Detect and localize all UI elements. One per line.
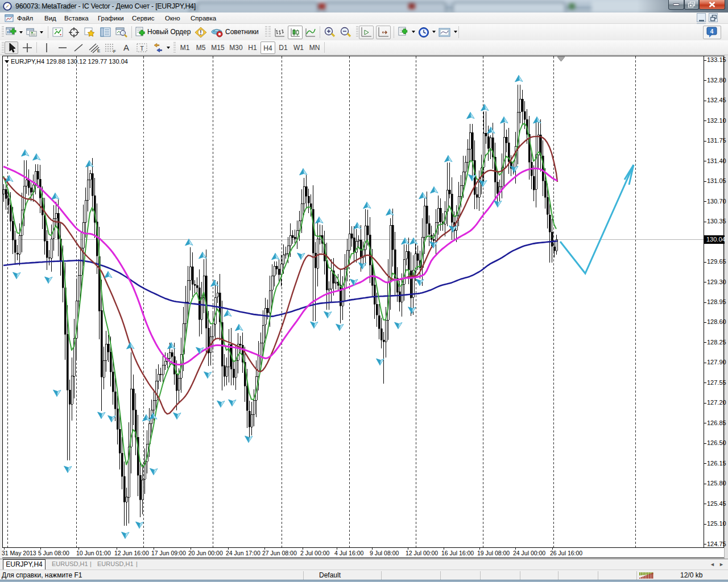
svg-text:E: E — [97, 48, 100, 53]
svg-text:4: 4 — [710, 28, 714, 35]
svg-text:A: A — [123, 43, 129, 52]
svg-text:EURJPY,H4 129.88 130.12 129.7: EURJPY,H4 129.88 130.12 129.77 130.04 — [11, 58, 128, 65]
svg-text:T: T — [140, 45, 144, 52]
svg-text:F: F — [113, 49, 116, 53]
svg-text:!: ! — [200, 30, 201, 36]
